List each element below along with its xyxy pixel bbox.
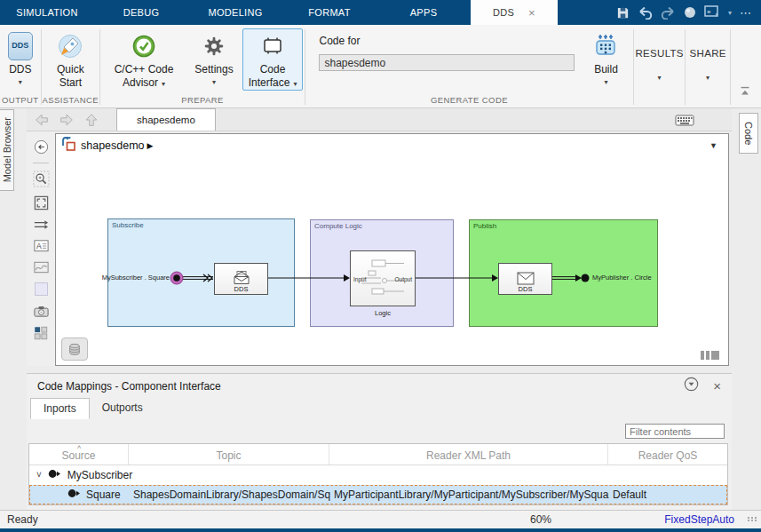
tab-dds-label: DDS [493, 7, 514, 18]
tab-debug[interactable]: DEBUG [94, 0, 188, 25]
expand-chevron-icon[interactable]: ˅ [36, 471, 42, 480]
breadcrumb-arrow-icon: ▶ [147, 141, 154, 150]
tab-dds[interactable]: DDS × [471, 0, 558, 25]
cell-reader-qos[interactable]: Default [609, 488, 728, 501]
forward-arrow-icon[interactable] [59, 112, 75, 128]
database-icon [67, 343, 82, 356]
tab-outports[interactable]: Outports [90, 398, 155, 419]
panel-minimize-icon[interactable] [684, 377, 699, 395]
simulink-window: SIMULATION DEBUG MODELING FORMAT APPS DD… [0, 0, 761, 532]
breadcrumb[interactable]: shapesdemo ▶ ▼ [55, 133, 729, 157]
highlight-icon[interactable] [684, 6, 696, 19]
logic-subsystem-block[interactable]: Input Output [350, 250, 416, 306]
quick-start-button[interactable]: Quick Start [52, 28, 89, 91]
publish-outport[interactable] [582, 274, 590, 282]
dds-subscribe-block[interactable]: DDS [214, 263, 268, 295]
data-inspector-button[interactable] [61, 337, 88, 361]
fit-to-view-icon[interactable] [33, 195, 50, 211]
group-row-label: MySubscriber [67, 469, 132, 481]
inport-icon [67, 488, 81, 501]
code-advisor-button[interactable]: C/C++ Code Advisor▾ [102, 28, 186, 91]
back-arrow-icon[interactable] [34, 112, 50, 128]
zoom-level: 60% [530, 513, 551, 526]
column-topic[interactable]: Topic [129, 444, 329, 465]
share-label: SHARE [690, 48, 726, 59]
code-interface-button[interactable]: Code Interface▾ [242, 28, 303, 91]
section-label-assistance: ASSISTANCE [42, 95, 99, 105]
tab-apps[interactable]: APPS [377, 0, 471, 25]
filter-contents-input[interactable] [625, 424, 725, 439]
build-button[interactable]: Build ▾ [582, 28, 630, 87]
svg-text:»: » [707, 8, 711, 16]
chevron-down-icon: ▾ [212, 79, 216, 86]
annotation-icon[interactable]: A [33, 238, 50, 253]
code-for-label: Code for [319, 35, 360, 47]
section-label-generate-code: GENERATE CODE [305, 95, 633, 105]
command-window-icon[interactable]: » [704, 5, 720, 20]
code-tab-label: Code [743, 122, 754, 145]
document-tab-label: shapesdemo [137, 115, 195, 125]
toolstrip-tabbar: SIMULATION DEBUG MODELING FORMAT APPS DD… [0, 0, 761, 25]
image-annotation-icon[interactable] [33, 260, 50, 274]
code-mappings-panel: Code Mappings - Component Interface × In… [27, 373, 732, 510]
window-bottom-edge [0, 528, 761, 532]
settings-button[interactable]: Settings ▾ [186, 28, 242, 87]
tab-simulation[interactable]: SIMULATION [0, 0, 94, 25]
area-box-icon[interactable] [34, 282, 49, 297]
palette-divider [33, 163, 49, 163]
tab-format[interactable]: FORMAT [282, 0, 377, 25]
group-prepare: C/C++ Code Advisor▾ Settings ▾ Code Inte… [100, 25, 305, 107]
cell-topic[interactable]: ShapesDomainLibrary/ShapesDomain/Square [130, 488, 330, 501]
signal-routing-icon[interactable] [33, 218, 50, 231]
keyboard-icon[interactable] [675, 113, 694, 127]
model-browser-label: Model Browser [2, 117, 12, 182]
code-for-input[interactable] [319, 54, 575, 71]
breadcrumb-dropdown-icon[interactable]: ▼ [709, 141, 723, 150]
dds-publish-label: DDS [519, 286, 533, 293]
panel-close-icon[interactable]: × [713, 379, 721, 393]
library-blocks-icon[interactable] [33, 325, 49, 341]
more-options-icon[interactable]: ⋯ [740, 6, 752, 20]
breadcrumb-model-name[interactable]: shapesdemo [81, 139, 145, 152]
results-button[interactable]: RESULTS ▾ [634, 28, 686, 82]
group-assistance: Quick Start ASSISTANCE [42, 25, 99, 107]
chevron-down-icon: ▾ [706, 75, 709, 82]
chevron-down-icon: ▾ [162, 80, 165, 88]
column-reader-qos[interactable]: Reader QoS [608, 444, 727, 465]
tab-modeling[interactable]: MODELING [188, 0, 282, 25]
screenshot-camera-icon[interactable] [33, 304, 50, 318]
cell-reader-xml-path[interactable]: MyParticipantLibrary/MyParticipant/MySub… [330, 488, 609, 501]
solver-link[interactable]: FixedStepAuto [664, 513, 734, 526]
dds-publish-block[interactable]: DDS [498, 263, 552, 295]
up-arrow-icon[interactable] [83, 112, 99, 128]
hide-palette-icon[interactable] [33, 139, 50, 155]
toolbar-dropdown-icon[interactable]: ▾ [728, 9, 732, 17]
model-canvas[interactable]: Subscribe Compute Logic Publish [55, 156, 729, 366]
close-tab-icon[interactable]: × [528, 7, 535, 19]
code-perspective-tab[interactable]: Code [739, 113, 758, 154]
code-interface-block-icon [259, 32, 286, 60]
document-tab-shapesdemo[interactable]: shapesdemo [116, 108, 216, 131]
model-browser-tab[interactable]: Model Browser [0, 109, 14, 191]
collapse-ribbon-button[interactable] [731, 25, 761, 107]
dds-button-label: DDS [9, 63, 31, 76]
publish-port-label: MyPublisher . Circle [592, 274, 652, 282]
group-row-mysubscriber[interactable]: ˅ MySubscriber [29, 465, 727, 485]
dds-button[interactable]: DDS DDS ▾ [4, 28, 37, 87]
resize-grip[interactable] [748, 517, 757, 521]
redo-icon[interactable] [661, 6, 676, 20]
save-icon[interactable] [616, 6, 630, 20]
status-bar: Ready 60% FixedStepAuto [0, 510, 761, 528]
share-button[interactable]: SHARE ▾ [686, 28, 730, 82]
results-label: RESULTS [636, 48, 684, 59]
table-row-square[interactable]: Square ShapesDomainLibrary/ShapesDomain/… [29, 485, 727, 504]
document-tabstrip: shapesdemo [27, 108, 732, 131]
column-reader-xml-path[interactable]: Reader XML Path [329, 444, 608, 465]
closed-envelope-icon [515, 271, 536, 286]
undo-icon[interactable] [638, 6, 653, 20]
tab-inports[interactable]: Inports [30, 398, 90, 419]
canvas-resize-indicator[interactable] [701, 351, 719, 360]
group-output: DDS DDS ▾ OUTPUT [0, 25, 41, 107]
zoom-tool-icon[interactable] [33, 171, 50, 187]
dds-subscribe-label: DDS [234, 286, 249, 293]
